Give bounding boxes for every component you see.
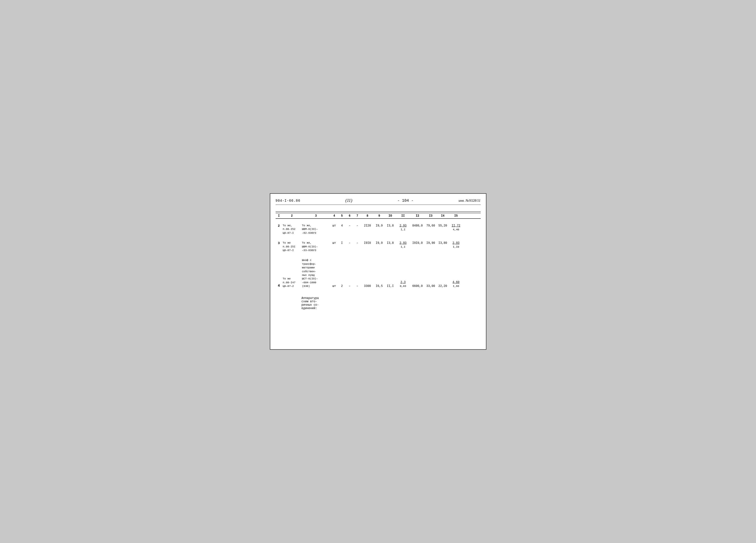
row-num: 2	[276, 224, 282, 228]
col-header-2: 2	[282, 214, 302, 218]
row4-col6: –	[346, 284, 354, 289]
row4-col10: II,I	[385, 284, 396, 289]
row3-col2: То же п.08-I5I Ц8–87–I	[282, 241, 302, 252]
row-num: 4	[276, 283, 282, 289]
row3-col3: То же, ШВМ-6(IO)– –33-630У3	[302, 241, 330, 252]
row4-col5: 2	[338, 284, 346, 289]
row4-col15: 4,60I,66	[449, 280, 463, 288]
row2-col14: 55,20	[437, 224, 449, 228]
row4-col14: 22,20	[437, 284, 449, 289]
col-header-9: 9	[374, 214, 385, 218]
row3-col14: I3,80	[437, 241, 449, 246]
row4-col2: То же п.08-I47 Ц8–87–2	[282, 277, 302, 288]
row2-col10: I3,8	[385, 224, 396, 228]
row2-col15: II,724,40	[449, 224, 463, 232]
row3-col11: 2,93I,I	[396, 241, 410, 249]
row4-col11: 2,30,83	[396, 280, 410, 288]
table-row: 2 То же, п.08-I52 Ц8–87–I То же, ШВМ-6(I…	[276, 224, 481, 235]
col-header-11: II	[396, 214, 410, 218]
row4-col13: 33,00	[425, 284, 437, 289]
doc-part: (11)	[345, 198, 352, 203]
row4-col4: шт	[330, 284, 338, 289]
page: 904-I-66.86 (11) - 104 - инв. №9328/11 I…	[270, 193, 486, 350]
row2-col2: То же, п.08-I52 Ц8–87–I	[282, 224, 302, 235]
col-header-13: I3	[425, 214, 437, 218]
row4-col9: I6,5	[374, 284, 385, 289]
row3-col4: шт	[330, 241, 338, 246]
row4-col12: 6600,0	[410, 284, 425, 289]
column-headers: I 2 3 4 5 6 7 8 9 IO II I2 I3 I4 I5	[276, 213, 481, 219]
col-header-8: 8	[361, 214, 374, 218]
row-num: 3	[276, 241, 282, 246]
row2-col3: То же, ШВМ-6(IO)– –02-630У3	[302, 224, 330, 235]
table-row: 3 То же п.08-I5I Ц8–87–I То же, ШВМ-6(IO…	[276, 241, 481, 252]
row4-col3: Шкаф с трансфор- маторами собствен- ных …	[302, 258, 330, 288]
row4-col7: –	[354, 284, 361, 289]
row3-col13: I9,90	[425, 241, 437, 246]
inv-number: инв. №9328/11	[459, 199, 480, 203]
col-header-12: I2	[410, 214, 425, 218]
row3-col10: I3,8	[385, 241, 396, 246]
col-header-10: IO	[385, 214, 396, 218]
row2-col11: 2,93I,I	[396, 224, 410, 232]
row2-col4: шт	[330, 224, 338, 228]
col-header-5: 5	[338, 214, 346, 218]
row4-col8: 3300	[361, 284, 374, 289]
row2-col7: –	[354, 224, 361, 228]
col-header-4: 4	[330, 214, 338, 218]
row2-col13: 79,60	[425, 224, 437, 228]
row2-col9: I9,9	[374, 224, 385, 228]
table-row: 4 То же п.08-I47 Ц8–87–2 Шкаф с трансфор…	[276, 258, 481, 288]
col-header-3: 3	[302, 214, 330, 218]
col-header-15: I5	[449, 214, 463, 218]
doc-number: 904-I-66.86	[276, 199, 300, 203]
header: 904-I-66.86 (11) - 104 - инв. №9328/11	[276, 198, 481, 205]
row3-col12: I9I0,0	[410, 241, 425, 246]
col-header-6: 6	[346, 214, 354, 218]
row3-col15: 2,93I,I0	[449, 241, 463, 249]
row3-col8: I9I0	[361, 241, 374, 246]
row2-col12: 8480,0	[410, 224, 425, 228]
row3-col6: –	[346, 241, 354, 246]
page-number: - 104 -	[397, 199, 414, 203]
col-header-7: 7	[354, 214, 361, 218]
row3-col5: I	[338, 241, 346, 246]
sub-label: Аппаратура схем вто- ричных со- единений…	[302, 297, 481, 310]
row2-col8: 2I20	[361, 224, 374, 228]
row2-col5: 4	[338, 224, 346, 228]
row3-col9: I9,9	[374, 241, 385, 246]
row2-col6: –	[346, 224, 354, 228]
col-header-14: I4	[437, 214, 449, 218]
col-header-1: I	[276, 214, 282, 218]
row3-col7: –	[354, 241, 361, 246]
